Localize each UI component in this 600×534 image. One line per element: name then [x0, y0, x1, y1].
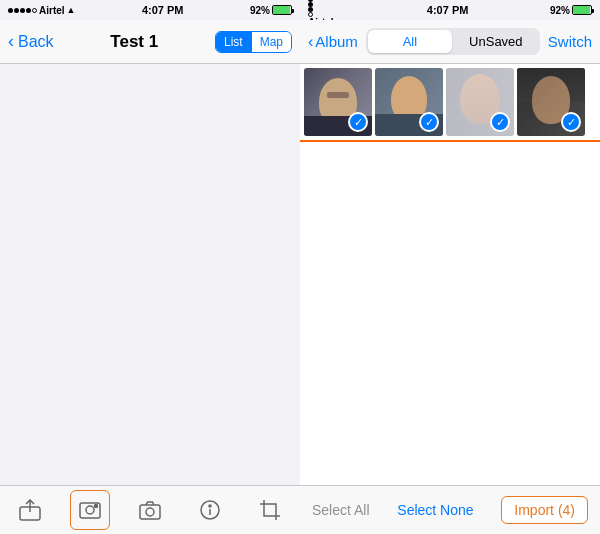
camera-icon[interactable] — [130, 490, 170, 530]
right-status-bar: Airtel ▲ 4:07 PM 92% — [300, 0, 600, 20]
photo-thumb-1[interactable]: ✓ — [304, 68, 372, 136]
switch-button[interactable]: Switch — [548, 33, 592, 50]
left-carrier-name: Airtel — [39, 5, 65, 16]
left-battery-icon — [272, 5, 292, 15]
left-wifi-icon: ▲ — [67, 5, 76, 15]
map-toggle-btn[interactable]: Map — [252, 32, 291, 52]
left-time: 4:07 PM — [142, 4, 184, 16]
album-back-button[interactable]: ‹ Album — [308, 33, 358, 51]
photo-thumb-2[interactable]: ✓ — [375, 68, 443, 136]
right-time: 4:07 PM — [427, 4, 469, 16]
segment-control: All UnSaved — [366, 28, 540, 55]
segment-all-btn[interactable]: All — [368, 30, 452, 53]
left-content-area — [0, 64, 300, 485]
photo-thumb-3[interactable]: ✓ — [446, 68, 514, 136]
list-map-toggle[interactable]: List Map — [215, 31, 292, 53]
svg-point-5 — [146, 508, 154, 516]
right-toolbar: Select All Select None Import (4) — [300, 485, 600, 534]
svg-point-2 — [86, 506, 94, 514]
info-icon[interactable] — [190, 490, 230, 530]
share-icon[interactable] — [10, 490, 50, 530]
check-badge-2: ✓ — [419, 112, 439, 132]
right-battery: 92% — [550, 5, 592, 16]
page-title: Test 1 — [110, 32, 158, 52]
left-panel: Airtel ▲ 4:07 PM 92% ‹ Back Test 1 List … — [0, 0, 300, 534]
svg-rect-4 — [140, 505, 160, 519]
check-badge-3: ✓ — [490, 112, 510, 132]
select-all-button[interactable]: Select All — [312, 502, 370, 518]
right-content-area — [300, 142, 600, 485]
photos-grid: ✓ ✓ ✓ — [300, 64, 600, 142]
album-label: Album — [315, 33, 358, 50]
import-button[interactable]: Import (4) — [501, 496, 588, 524]
svg-point-8 — [209, 505, 211, 507]
right-battery-pct: 92% — [550, 5, 570, 16]
left-toolbar — [0, 485, 300, 534]
list-toggle-btn[interactable]: List — [216, 32, 252, 52]
right-panel: Airtel ▲ 4:07 PM 92% ‹ Album All UnSaved… — [300, 0, 600, 534]
left-battery-pct: 92% — [250, 5, 270, 16]
check-badge-1: ✓ — [348, 112, 368, 132]
crop-icon[interactable] — [250, 490, 290, 530]
segment-unsaved-btn[interactable]: UnSaved — [454, 30, 538, 53]
left-status-bar: Airtel ▲ 4:07 PM 92% — [0, 0, 300, 20]
back-button[interactable]: ‹ Back — [8, 31, 54, 52]
back-chevron-icon: ‹ — [8, 31, 14, 52]
album-chevron-icon: ‹ — [308, 33, 313, 51]
svg-point-3 — [95, 505, 98, 508]
back-label: Back — [18, 33, 54, 51]
photo-icon[interactable] — [70, 490, 110, 530]
left-nav-bar: ‹ Back Test 1 List Map — [0, 20, 300, 64]
left-battery: 92% — [250, 5, 292, 16]
right-battery-icon — [572, 5, 592, 15]
photo-thumb-4[interactable]: ✓ — [517, 68, 585, 136]
right-nav-bar: ‹ Album All UnSaved Switch — [300, 20, 600, 64]
left-carrier: Airtel ▲ — [8, 5, 75, 16]
check-badge-4: ✓ — [561, 112, 581, 132]
select-none-button[interactable]: Select None — [397, 502, 473, 518]
